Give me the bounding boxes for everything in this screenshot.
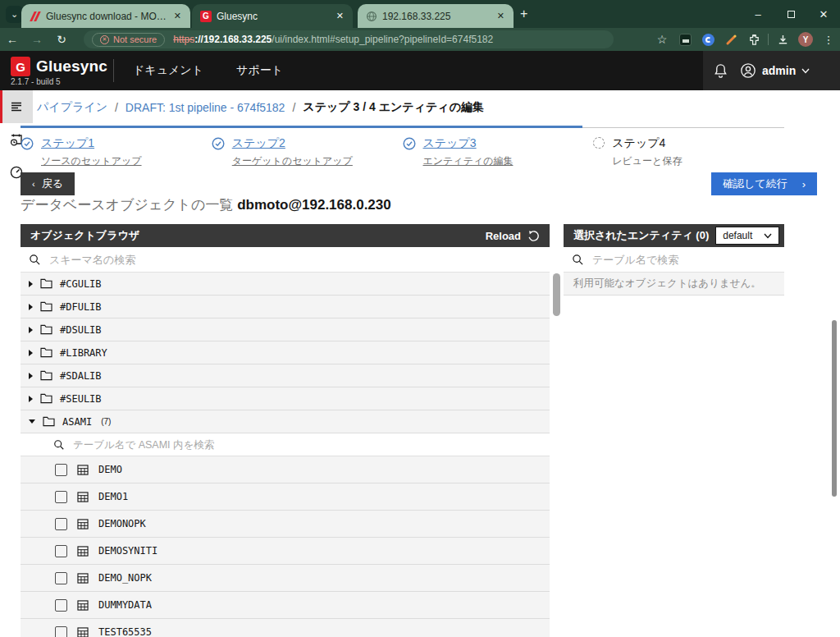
row-checkbox[interactable] xyxy=(55,464,67,476)
window-minimize-button[interactable]: – xyxy=(742,8,774,21)
entity-group-select[interactable]: default xyxy=(715,227,779,245)
step-3[interactable]: ステップ3 エンティティの編集 xyxy=(403,136,594,168)
caret-right-icon[interactable] xyxy=(29,281,33,287)
table-grid-icon xyxy=(77,492,89,502)
browser-menu-icon[interactable]: ⋮ xyxy=(817,34,840,46)
table-row-demo[interactable]: DEMO xyxy=(21,456,550,483)
nav-documentation[interactable]: ドキュメント xyxy=(133,63,203,78)
breadcrumb: パイプライン / DRAFT: 1st pipeline - 674f5182 … xyxy=(37,100,484,115)
tab-close-icon[interactable]: ✕ xyxy=(334,11,346,21)
pencil-extension-icon[interactable] xyxy=(719,34,742,46)
forward-icon[interactable]: → xyxy=(25,33,49,46)
new-tab-button[interactable]: + xyxy=(520,7,527,21)
browser-tab-gluesync[interactable]: G Gluesync ✕ xyxy=(192,4,353,28)
step-complete-icon xyxy=(212,137,225,150)
reload-icon[interactable]: ↻ xyxy=(49,33,74,46)
schema-row-asami-expanded[interactable]: ASAMI (7) xyxy=(21,410,550,433)
confirm-continue-button[interactable]: 確認して続行 › xyxy=(711,172,817,195)
window-maximize-button[interactable] xyxy=(774,8,807,21)
table-row-demo1[interactable]: DEMO1 xyxy=(21,483,550,511)
connection-target: dbmoto@192.168.0.230 xyxy=(237,197,391,213)
user-menu[interactable]: admin xyxy=(740,62,810,79)
step-subtitle[interactable]: ターゲットのセットアップ xyxy=(232,154,353,168)
step-title[interactable]: ステップ3 xyxy=(423,136,514,151)
row-checkbox[interactable] xyxy=(55,518,67,530)
chevron-down-icon xyxy=(764,233,772,239)
caret-down-icon[interactable] xyxy=(29,419,35,424)
url-host: ://192.168.33.225 xyxy=(194,34,272,45)
main-area: パイプライン / DRAFT: 1st pipeline - 674f5182 … xyxy=(0,90,840,637)
browser-tab-ip[interactable]: 192.168.33.225 ✕ xyxy=(358,4,514,28)
browser-tab-molo17[interactable]: Gluesync download - MOLO17 ✕ xyxy=(21,4,190,28)
schema-row-sdalib[interactable]: #SDALIB xyxy=(21,364,550,387)
back-button[interactable]: ‹ 戻る xyxy=(21,172,75,195)
panel-scrollbar-thumb[interactable] xyxy=(553,273,560,316)
chevron-down-icon xyxy=(801,68,810,74)
tab-close-icon[interactable]: ✕ xyxy=(171,11,184,21)
row-checkbox[interactable] xyxy=(55,626,67,637)
schema-row-library[interactable]: #LIBRARY xyxy=(21,341,550,364)
back-icon[interactable]: ← xyxy=(0,33,25,46)
extension-tile-icon[interactable] xyxy=(673,34,696,46)
not-secure-chip[interactable]: ✕ Not secure xyxy=(92,33,165,47)
table-row-demo-nopk[interactable]: DEMO_NOPK xyxy=(21,565,550,592)
extensions-puzzle-icon[interactable] xyxy=(742,34,765,46)
selected-search-input[interactable] xyxy=(592,254,776,266)
step-title[interactable]: ステップ2 xyxy=(232,136,353,151)
pipeline-list-icon xyxy=(9,99,24,114)
page-scrollbar-thumb[interactable] xyxy=(832,320,837,497)
table-row-demosyniti[interactable]: DEMOSYNITI xyxy=(21,538,550,565)
object-browser-panel: オブジェクトブラウザ Reload xyxy=(21,224,550,637)
brand-name: Gluesync xyxy=(36,57,107,76)
address-bar[interactable]: ✕ Not secure https://192.168.33.225/ui/i… xyxy=(84,30,614,48)
folder-icon xyxy=(40,324,52,335)
step-subtitle[interactable]: ソースのセットアップ xyxy=(41,154,142,168)
table-search-row xyxy=(21,433,550,456)
download-icon[interactable] xyxy=(771,34,794,46)
schema-row-dfulib[interactable]: #DFULIB xyxy=(21,296,550,318)
step-2[interactable]: ステップ2 ターゲットのセットアップ xyxy=(212,136,403,168)
schema-search-input[interactable] xyxy=(49,254,541,266)
schema-row-cgulib[interactable]: #CGULIB xyxy=(21,273,550,296)
row-checkbox[interactable] xyxy=(55,545,67,557)
table-row-demonopk[interactable]: DEMONOPK xyxy=(21,511,550,538)
tab-search-chevron-icon[interactable]: ⌄ xyxy=(6,6,23,23)
notifications-bell-icon[interactable] xyxy=(713,63,728,79)
browser-tab-strip: ⌄ Gluesync download - MOLO17 ✕ G Gluesyn… xyxy=(0,0,840,28)
step-4: ステップ4 レビューと保存 xyxy=(593,136,784,168)
schema-row-seulib[interactable]: #SEULIB xyxy=(21,387,550,410)
caret-right-icon[interactable] xyxy=(29,327,33,333)
row-checkbox[interactable] xyxy=(55,599,67,612)
profile-avatar[interactable]: Y xyxy=(794,32,817,47)
nav-support[interactable]: サポート xyxy=(236,63,283,78)
caret-right-icon[interactable] xyxy=(29,304,33,310)
tab-close-icon[interactable]: ✕ xyxy=(495,11,507,21)
row-checkbox[interactable] xyxy=(55,572,67,584)
table-row-test65535[interactable]: TEST65535 xyxy=(21,619,550,637)
caret-right-icon[interactable] xyxy=(29,350,33,356)
step-title[interactable]: ステップ1 xyxy=(41,136,142,151)
folder-icon xyxy=(40,347,52,358)
folder-icon xyxy=(43,416,55,427)
caret-right-icon[interactable] xyxy=(29,396,33,402)
selected-entities-panel: 選択されたエンティティ (0) default 利用可能なオブジェクトはありませ… xyxy=(564,224,784,296)
folder-icon xyxy=(40,370,52,381)
search-icon xyxy=(53,439,65,451)
row-checkbox[interactable] xyxy=(55,491,67,503)
step-complete-icon xyxy=(21,137,34,150)
gluesync-logo: G xyxy=(11,57,30,76)
breadcrumb-pipeline-link[interactable]: DRAFT: 1st pipeline - 674f5182 xyxy=(126,101,285,114)
breadcrumb-pipelines-link[interactable]: パイプライン xyxy=(37,100,107,115)
table-search-input[interactable] xyxy=(73,439,550,451)
step-subtitle[interactable]: エンティティの編集 xyxy=(423,154,514,168)
window-close-button[interactable]: ✕ xyxy=(807,8,840,21)
step-1[interactable]: ステップ1 ソースのセットアップ xyxy=(21,136,212,168)
table-row-dummydata[interactable]: DUMMYDATA xyxy=(21,592,550,619)
sidebar-item-pipelines[interactable] xyxy=(0,90,33,123)
schema-row-dsulib[interactable]: #DSULIB xyxy=(21,318,550,341)
caret-right-icon[interactable] xyxy=(29,373,33,379)
chevron-right-icon: › xyxy=(802,178,806,190)
bookmark-star-icon[interactable]: ☆ xyxy=(651,33,673,46)
reload-button[interactable]: Reload xyxy=(486,230,540,242)
blue-circle-extension-icon[interactable] xyxy=(696,34,719,46)
